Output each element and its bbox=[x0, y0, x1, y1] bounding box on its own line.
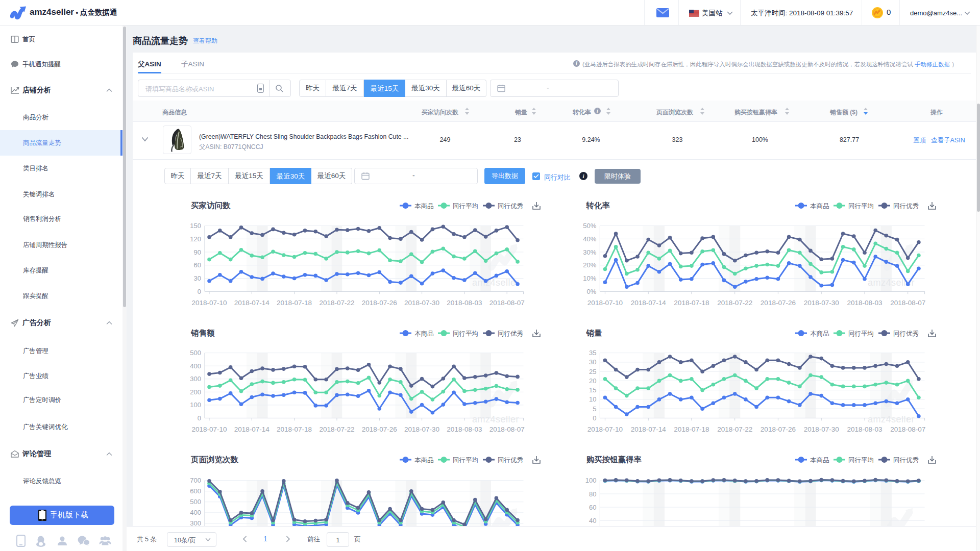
svg-text:2018-07-18: 2018-07-18 bbox=[277, 299, 312, 307]
svg-text:2018-07-26: 2018-07-26 bbox=[761, 425, 796, 433]
svg-text:0: 0 bbox=[198, 414, 201, 422]
svg-text:10: 10 bbox=[589, 395, 596, 403]
svg-text:30: 30 bbox=[194, 274, 201, 282]
svg-text:同行平均: 同行平均 bbox=[848, 330, 874, 337]
svg-text:同行优秀: 同行优秀 bbox=[498, 457, 524, 464]
svg-text:400: 400 bbox=[190, 362, 201, 370]
svg-text:amz4seller: amz4seller bbox=[472, 414, 519, 424]
svg-text:20: 20 bbox=[589, 377, 596, 385]
svg-text:15: 15 bbox=[589, 386, 596, 394]
svg-text:2018-07-18: 2018-07-18 bbox=[674, 425, 709, 433]
svg-text:150: 150 bbox=[190, 222, 201, 230]
svg-text:30%: 30% bbox=[583, 248, 596, 256]
svg-text:40%: 40% bbox=[583, 235, 596, 243]
svg-text:100: 100 bbox=[585, 477, 597, 484]
svg-text:2018-07-18: 2018-07-18 bbox=[277, 425, 312, 433]
svg-text:600: 600 bbox=[190, 487, 201, 495]
svg-text:200: 200 bbox=[190, 388, 201, 396]
svg-text:页面浏览次数: 页面浏览次数 bbox=[190, 455, 239, 464]
svg-text:同行平均: 同行平均 bbox=[453, 203, 478, 210]
svg-text:2018-07-30: 2018-07-30 bbox=[404, 299, 439, 307]
svg-text:本商品: 本商品 bbox=[810, 457, 829, 464]
svg-text:同行平均: 同行平均 bbox=[453, 330, 478, 337]
svg-text:2018-07-10: 2018-07-10 bbox=[191, 299, 227, 307]
svg-text:2018-07-10: 2018-07-10 bbox=[587, 425, 623, 433]
svg-text:40: 40 bbox=[589, 517, 596, 524]
svg-text:2018-07-22: 2018-07-22 bbox=[319, 425, 354, 433]
svg-text:2018-07-26: 2018-07-26 bbox=[362, 299, 397, 307]
svg-text:2018-07-30: 2018-07-30 bbox=[404, 425, 439, 433]
svg-text:2018-07-30: 2018-07-30 bbox=[804, 425, 839, 433]
svg-text:500: 500 bbox=[190, 349, 201, 357]
svg-text:2018-07-22: 2018-07-22 bbox=[319, 299, 354, 307]
svg-text:买家访问数: 买家访问数 bbox=[191, 201, 231, 210]
svg-text:销量: 销量 bbox=[585, 329, 602, 337]
svg-text:35: 35 bbox=[589, 349, 596, 357]
svg-text:2018-08-03: 2018-08-03 bbox=[847, 425, 882, 433]
svg-text:2018-07-14: 2018-07-14 bbox=[631, 299, 667, 307]
svg-text:同行平均: 同行平均 bbox=[453, 457, 478, 464]
svg-text:60: 60 bbox=[194, 261, 201, 269]
svg-text:2018-07-10: 2018-07-10 bbox=[191, 425, 227, 433]
svg-text:2018-08-07: 2018-08-07 bbox=[489, 299, 525, 307]
svg-text:2018-07-14: 2018-07-14 bbox=[631, 425, 667, 433]
svg-text:100: 100 bbox=[190, 401, 201, 409]
svg-text:amz4seller: amz4seller bbox=[472, 278, 519, 288]
svg-text:80: 80 bbox=[589, 490, 596, 498]
svg-text:5: 5 bbox=[593, 405, 596, 413]
svg-text:0%: 0% bbox=[587, 288, 597, 295]
svg-text:转化率: 转化率 bbox=[585, 201, 610, 210]
svg-text:2018-08-07: 2018-08-07 bbox=[890, 299, 925, 307]
svg-text:2018-07-26: 2018-07-26 bbox=[362, 425, 397, 433]
svg-text:同行优秀: 同行优秀 bbox=[893, 330, 919, 337]
svg-text:2018-07-22: 2018-07-22 bbox=[717, 299, 752, 307]
svg-text:同行平均: 同行平均 bbox=[848, 457, 874, 464]
svg-text:本商品: 本商品 bbox=[414, 330, 434, 337]
svg-text:同行优秀: 同行优秀 bbox=[498, 203, 524, 210]
svg-text:400: 400 bbox=[190, 509, 201, 516]
svg-text:2018-08-07: 2018-08-07 bbox=[489, 425, 525, 433]
svg-text:25: 25 bbox=[589, 368, 596, 375]
svg-text:2018-07-14: 2018-07-14 bbox=[234, 425, 270, 433]
svg-text:本商品: 本商品 bbox=[810, 203, 829, 210]
svg-text:同行优秀: 同行优秀 bbox=[498, 330, 524, 337]
svg-text:120: 120 bbox=[190, 235, 201, 243]
svg-text:10%: 10% bbox=[583, 274, 596, 282]
svg-text:2018-08-03: 2018-08-03 bbox=[847, 299, 882, 307]
svg-text:本商品: 本商品 bbox=[414, 457, 434, 464]
svg-text:同行平均: 同行平均 bbox=[848, 203, 874, 210]
svg-text:本商品: 本商品 bbox=[810, 330, 829, 337]
svg-text:700: 700 bbox=[190, 477, 201, 484]
svg-text:2018-07-26: 2018-07-26 bbox=[761, 299, 796, 307]
svg-text:30: 30 bbox=[589, 358, 596, 366]
svg-text:20%: 20% bbox=[583, 261, 596, 269]
svg-text:500: 500 bbox=[190, 498, 201, 506]
svg-text:2018-07-18: 2018-07-18 bbox=[674, 299, 709, 307]
svg-text:90: 90 bbox=[194, 248, 201, 256]
svg-text:购买按钮赢得率: 购买按钮赢得率 bbox=[585, 455, 642, 464]
svg-text:2018-07-14: 2018-07-14 bbox=[234, 299, 270, 307]
svg-text:2018-08-03: 2018-08-03 bbox=[447, 299, 482, 307]
svg-text:50%: 50% bbox=[583, 222, 596, 230]
svg-text:2018-08-03: 2018-08-03 bbox=[447, 425, 482, 433]
svg-text:2018-07-30: 2018-07-30 bbox=[804, 299, 839, 307]
svg-text:2018-08-07: 2018-08-07 bbox=[890, 425, 925, 433]
svg-text:销售额: 销售额 bbox=[190, 329, 215, 337]
svg-text:2018-07-22: 2018-07-22 bbox=[717, 425, 752, 433]
svg-text:60: 60 bbox=[589, 504, 596, 511]
svg-text:amz4seller: amz4seller bbox=[868, 414, 915, 424]
svg-text:0: 0 bbox=[593, 414, 596, 422]
svg-text:2018-07-10: 2018-07-10 bbox=[587, 299, 623, 307]
svg-text:300: 300 bbox=[190, 375, 201, 383]
svg-text:本商品: 本商品 bbox=[414, 203, 434, 210]
svg-text:同行优秀: 同行优秀 bbox=[893, 457, 919, 464]
svg-text:0: 0 bbox=[198, 288, 201, 295]
svg-text:同行优秀: 同行优秀 bbox=[893, 203, 919, 210]
